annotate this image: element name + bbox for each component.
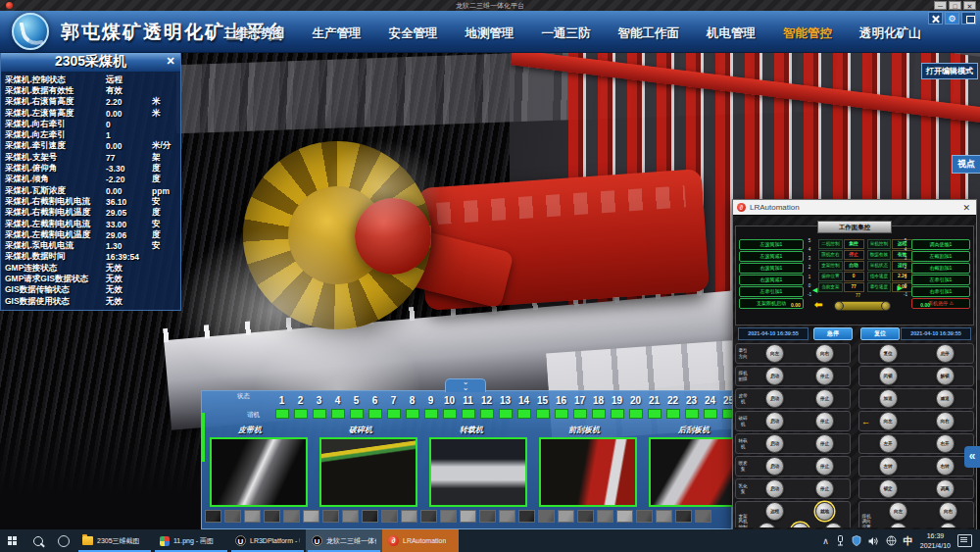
start-button[interactable] xyxy=(0,529,25,552)
search-icon[interactable] xyxy=(25,529,51,552)
control-button-停止[interactable]: 停止 xyxy=(791,523,809,527)
control-button-启动[interactable]: 启动 xyxy=(765,412,784,430)
camera-thumbnail-前刮板机[interactable] xyxy=(539,437,637,507)
filmstrip-thumb[interactable] xyxy=(558,510,574,523)
filmstrip-thumb[interactable] xyxy=(636,510,653,523)
taskbar-task-2305三维截图[interactable]: 2305三维截图 xyxy=(76,529,153,552)
tray-expand-chevron-icon[interactable]: ∧ xyxy=(822,536,829,546)
open-edit-mode-button[interactable]: 打开编辑模式 xyxy=(921,63,978,79)
lrautomation-close-icon[interactable]: ✕ xyxy=(962,203,972,213)
ime-indicator[interactable]: 中 xyxy=(904,534,913,548)
filmstrip-thumb[interactable] xyxy=(538,510,555,523)
notification-center-icon[interactable] xyxy=(957,534,972,547)
filmstrip-thumb[interactable] xyxy=(381,510,398,523)
nav-item-智能管控[interactable]: 智能管控 xyxy=(783,25,832,42)
minimize-button[interactable]: ─ xyxy=(934,1,947,10)
filmstrip-thumb[interactable] xyxy=(303,510,319,523)
filmstrip-thumb[interactable] xyxy=(499,510,515,523)
filmstrip-thumb[interactable] xyxy=(420,510,437,523)
filmstrip-thumb[interactable] xyxy=(518,510,535,523)
nav-item-三维态势图[interactable]: 三维态势图 xyxy=(223,25,285,42)
restore-view-icon[interactable] xyxy=(961,12,976,25)
filmstrip-thumb[interactable] xyxy=(205,510,221,523)
estop-button[interactable]: 急停 xyxy=(813,327,853,340)
control-button-向左[interactable]: 向左 xyxy=(879,412,898,430)
control-button-向右[interactable]: 向右 xyxy=(939,502,957,521)
automation-right-button[interactable]: 左牵引加1 xyxy=(911,275,970,285)
control-button-左开[interactable]: 左开 xyxy=(879,434,898,453)
control-button-就地[interactable]: 就地 xyxy=(815,502,834,521)
viewpoint-tab[interactable]: 视点 xyxy=(952,155,980,174)
lrautomation-titlebar[interactable]: ∂ LRAutomation ✕ xyxy=(733,200,976,215)
network-globe-icon[interactable] xyxy=(886,535,897,546)
camera-thumbnail-破碎机[interactable] xyxy=(319,437,417,507)
filmstrip-thumb[interactable] xyxy=(616,510,633,523)
nav-item-机电管理[interactable]: 机电管理 xyxy=(707,25,756,42)
nav-item-智能工作面[interactable]: 智能工作面 xyxy=(618,25,680,42)
control-button-手动[interactable]: 手动 xyxy=(939,523,957,527)
security-shield-icon[interactable] xyxy=(852,535,861,546)
maximize-button[interactable]: □ xyxy=(949,1,961,10)
control-button-停止[interactable]: 停止 xyxy=(815,412,834,430)
filmstrip-thumb[interactable] xyxy=(675,510,692,523)
automation-right-button[interactable]: 调高使能1 xyxy=(911,239,970,250)
filmstrip-thumb[interactable] xyxy=(460,510,476,523)
taskbar-task-龙软二三维一体化...[interactable]: U龙软二三维一体化... xyxy=(306,529,382,552)
taskbar-task-LR3DPlatform - U...[interactable]: ULR3DPlatform - U... xyxy=(229,529,306,552)
control-button-解锁[interactable]: 解锁 xyxy=(936,367,955,385)
control-button-加速[interactable]: 加速 xyxy=(879,389,898,408)
automation-left-button[interactable]: 左滚筒减1 xyxy=(739,251,804,262)
control-button-启动[interactable]: 启动 xyxy=(765,457,784,476)
control-button-启动[interactable]: 启动 xyxy=(765,389,784,408)
nav-item-一通三防[interactable]: 一通三防 xyxy=(542,25,591,42)
control-button-小风[interactable]: 小风 xyxy=(758,523,776,527)
control-button-启动[interactable]: 启动 xyxy=(765,479,784,498)
control-button-大风[interactable]: 大风 xyxy=(824,523,843,527)
control-button-远程[interactable]: 远程 xyxy=(765,502,784,521)
control-button-闭锁[interactable]: 闭锁 xyxy=(879,367,898,385)
taskbar-task-11.png - 画图[interactable]: 11.png - 画图 xyxy=(153,529,229,552)
control-button-停止[interactable]: 停止 xyxy=(815,367,834,385)
filmstrip-thumb[interactable] xyxy=(244,510,261,523)
control-button-停止[interactable]: 停止 xyxy=(815,479,834,498)
control-button-调高[interactable]: 调高 xyxy=(936,479,955,498)
control-button-停止[interactable]: 停止 xyxy=(815,434,834,453)
filmstrip-thumb[interactable] xyxy=(264,510,280,523)
panel-collapse-chevron-icon[interactable]: ⌄⌄ xyxy=(445,378,486,392)
face-control-tab[interactable]: 工作面集控 xyxy=(817,221,892,233)
control-button-停止[interactable]: 停止 xyxy=(815,457,834,476)
automation-right-button[interactable]: 左截割加1 xyxy=(911,251,970,262)
control-button-右转[interactable]: 右转 xyxy=(936,457,955,476)
nav-item-生产管理[interactable]: 生产管理 xyxy=(313,25,362,42)
filmstrip-thumb[interactable] xyxy=(322,510,339,523)
nav-item-地测管理[interactable]: 地测管理 xyxy=(466,25,514,42)
control-button-左转[interactable]: 左转 xyxy=(879,457,898,476)
collapse-panel-chevron-icon[interactable]: « xyxy=(964,446,980,468)
filmstrip-thumb[interactable] xyxy=(283,510,300,523)
automation-right-button[interactable]: 右截割加1 xyxy=(911,263,970,274)
filmstrip-thumb[interactable] xyxy=(597,510,613,523)
control-button-启动[interactable]: 启动 xyxy=(765,434,784,453)
filmstrip-thumb[interactable] xyxy=(695,510,711,523)
automation-left-button[interactable]: 左滚筒加1 xyxy=(739,239,804,250)
camera-thumbnail-后刮板机[interactable] xyxy=(649,437,733,507)
usb-device-icon[interactable] xyxy=(836,535,845,546)
filmstrip-thumb[interactable] xyxy=(577,510,594,523)
control-button-右开[interactable]: 右开 xyxy=(936,434,955,453)
nav-item-透明化矿山[interactable]: 透明化矿山 xyxy=(859,25,921,42)
taskbar-task-LRAutomation[interactable]: ∂LRAutomation xyxy=(382,529,459,552)
control-button-复位[interactable]: 复位 xyxy=(879,344,898,363)
filmstrip-thumb[interactable] xyxy=(656,510,672,523)
control-button-向左[interactable]: 向左 xyxy=(765,344,784,363)
automation-right-button[interactable]: 右牵引加1 xyxy=(911,286,970,297)
cortana-icon[interactable] xyxy=(51,529,76,552)
panel-close-icon[interactable]: ✕ xyxy=(164,54,177,68)
control-button-向右[interactable]: 向右 xyxy=(815,344,834,363)
automation-left-button[interactable]: 右滚筒减1 xyxy=(739,275,804,285)
tools-wrench-icon[interactable] xyxy=(928,12,943,25)
control-button-减速[interactable]: 减速 xyxy=(936,389,955,408)
control-button-启动[interactable]: 启动 xyxy=(765,367,784,385)
filmstrip-thumb[interactable] xyxy=(224,510,241,523)
nav-item-安全管理[interactable]: 安全管理 xyxy=(389,25,438,42)
control-button-向右[interactable]: 向右 xyxy=(936,412,955,430)
